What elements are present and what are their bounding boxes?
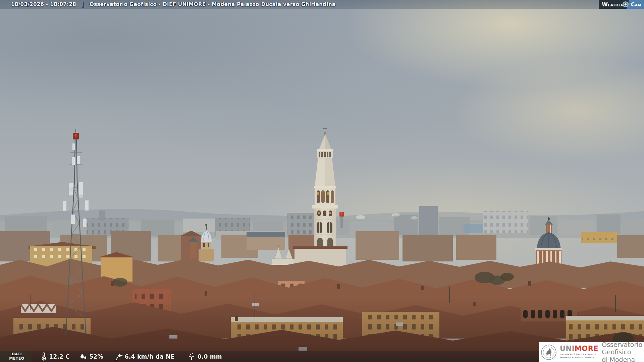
meteo-label-line2: METEO [9,357,24,361]
weathercam-text-weather: Weather [602,1,624,8]
weathercam-text-cam: Cam [631,1,641,8]
rain-reading: 0.0 mm [187,353,222,361]
wind-value: 6.4 km/h da NE [125,353,175,360]
cityscape-photo [0,0,644,362]
meteo-label: DATI METEO [0,351,32,362]
rain-value: 0.0 mm [198,353,222,360]
humidity-drops-icon [79,353,87,361]
unimore-wordmark-more: MORE [575,345,598,353]
humidity-value: 52% [89,353,103,360]
unimore-brand: UNIMORE UNIVERSITÀ DEGLI STUDI DI MODENA… [560,345,598,359]
weathercam-logo: Weather Cam [599,0,644,9]
observatory-name-line1: Osservatorio Geofisico [602,341,644,356]
rain-gauge-icon [187,353,196,361]
university-name: UNIVERSITÀ DEGLI STUDI DI MODENA E REGGI… [560,353,598,359]
weathercam-right: Cam [627,0,644,9]
university-name-line1: UNIVERSITÀ DEGLI STUDI DI [560,353,598,356]
university-name-line2: MODENA E REGGIO EMILIA [560,356,598,359]
webcam-title-bar: 18/03/2026 - 18:07:28 | Osservatorio Geo… [0,0,644,9]
battlement-building [21,304,56,313]
humidity-reading: 52% [79,353,103,361]
wind-anemometer-icon [114,353,123,361]
thermometer-icon [40,352,47,361]
unimore-logo-box: UNIMORE UNIVERSITÀ DEGLI STUDI DI MODENA… [539,342,644,362]
webcam-title: Osservatorio Geofisico - DIEF UNIMORE - … [90,1,336,7]
observatory-name-line2: di Modena [602,356,644,362]
observatory-name: Osservatorio Geofisico di Modena [602,341,644,362]
title-separator: | [82,1,84,7]
temperature-reading: 12.2 C [40,352,70,361]
unimore-wordmark: UNIMORE [560,345,598,352]
wind-reading: 6.4 km/h da NE [114,353,175,361]
timestamp: 18/03/2026 - 18:07:28 [11,1,76,7]
unimore-crest-icon [541,344,557,360]
unimore-wordmark-uni: UNI [560,345,575,353]
weathercam-lens-icon [623,2,628,7]
temperature-value: 12.2 C [49,353,70,360]
webcam-frame: 18/03/2026 - 18:07:28 | Osservatorio Geo… [0,0,644,362]
